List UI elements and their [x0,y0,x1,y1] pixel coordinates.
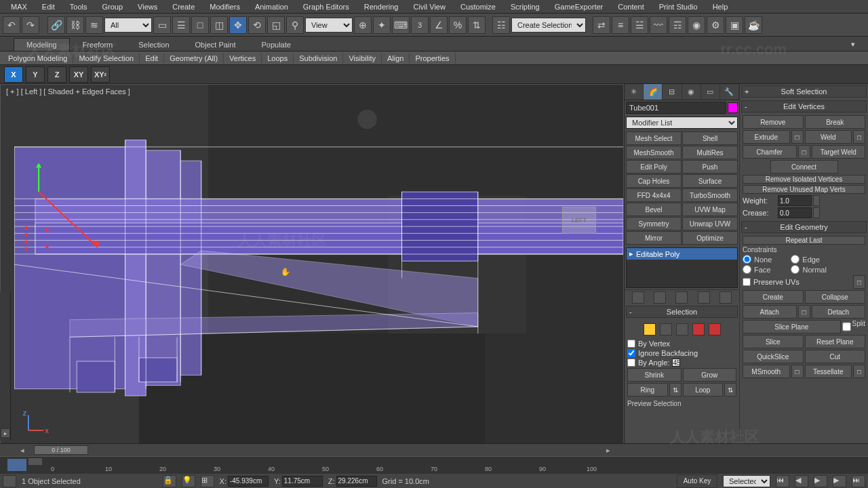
menu-views[interactable]: Views [131,1,164,12]
redo-button[interactable]: ↷ [22,16,39,34]
ribbon-align[interactable]: Align [382,53,410,64]
by-angle-field[interactable] [672,359,680,367]
remove-button[interactable]: Remove [743,115,804,129]
ribbon-tab-object-paint[interactable]: Object Paint [182,38,249,51]
menu-create[interactable]: Create [165,1,201,12]
object-color-swatch[interactable] [728,102,738,113]
viewport-label[interactable]: [ + ] [ Left ] [ Shaded + Edged Faces ] [6,87,130,96]
undo-button[interactable]: ↶ [3,16,20,34]
axis-xyz-button[interactable]: XYz [91,66,110,83]
z-coord-field[interactable] [336,476,377,487]
modifier-list-dropdown[interactable]: Modifier List [626,117,738,129]
percent-snap-button[interactable]: % [449,16,467,34]
axis-z-button[interactable]: Z [47,66,66,83]
curve-editor-button[interactable]: 〰 [650,16,667,34]
menu-help[interactable]: Help [706,1,735,12]
constraint-edge-radio[interactable] [791,255,800,264]
mod-unwrap-uvw[interactable]: Unwrap UVW [682,217,738,230]
reset-plane-button[interactable]: Reset Plane [805,335,866,348]
timeline-range-start[interactable] [7,458,27,472]
mod-uvw-map[interactable]: UVW Map [682,203,738,216]
menu-graph-editors[interactable]: Graph Editors [296,1,356,12]
remove-isolated-button[interactable]: Remove Isolated Vertices [743,175,865,184]
axis-x-button[interactable]: X [4,66,23,83]
crease-spinner[interactable] [813,207,820,218]
remove-unused-map-button[interactable]: Remove Unused Map Verts [743,185,865,194]
cmd-tab-motion[interactable]: ◉ [682,84,701,100]
ribbon-toggle-icon[interactable]: ▾ [838,37,868,51]
ribbon-polygon-modeling[interactable]: Polygon Modeling [3,53,73,64]
select-by-name-button[interactable]: ☰ [172,16,190,34]
selection-rollout-header[interactable]: -Selection [626,306,738,318]
detach-button[interactable]: Detach [812,305,866,319]
axis-xy-button[interactable]: XY [69,66,88,83]
ribbon-tab-freeform[interactable]: Freeform [70,38,126,51]
stack-expand-icon[interactable]: ▸ [629,249,633,258]
remove-modifier-icon[interactable] [698,291,710,304]
play-next-icon[interactable]: ▶ [833,475,846,487]
show-end-result-icon[interactable] [654,291,666,304]
ribbon-geometry-all[interactable]: Geometry (All) [164,53,224,64]
modifier-stack[interactable]: ▸ Editable Poly [626,247,738,288]
subobj-element-icon[interactable] [709,323,721,336]
menu-modifiers[interactable]: Modifiers [203,1,247,12]
viewcube[interactable]: LEFT [562,207,596,234]
extrude-settings-button[interactable]: □ [791,130,804,144]
snap-toggle-button[interactable]: 3 [411,16,429,34]
schematic-button[interactable]: ☶ [669,16,686,34]
layers-button[interactable]: ☱ [631,16,648,34]
align-button[interactable]: ≡ [612,16,629,34]
slice-button[interactable]: Slice [743,335,804,348]
menu-edit[interactable]: Edit [35,1,62,12]
mod-cap-holes[interactable]: Cap Holes [626,174,682,188]
mod-multires[interactable]: MultiRes [682,146,738,159]
autokey-button[interactable]: Auto Key [677,474,717,488]
menu-content[interactable]: Content [611,1,651,12]
connect-button[interactable]: Connect [770,160,838,174]
tessellate-button[interactable]: Tessellate [805,365,852,378]
mod-mesh-select[interactable]: Mesh Select [626,131,682,145]
lock-selection-icon[interactable]: 🔒 [163,475,176,487]
ribbon-tab-selection[interactable]: Selection [125,38,182,51]
soft-selection-header[interactable]: +Soft Selection [741,85,867,98]
render-frame-button[interactable]: ▣ [726,16,743,34]
named-sel-button[interactable]: ☷ [492,16,510,34]
cmd-tab-hierarchy[interactable]: ⊟ [663,84,682,100]
constraint-normal-radio[interactable] [791,265,800,274]
mod-optimize[interactable]: Optimize [682,231,738,245]
make-unique-icon[interactable] [675,291,688,304]
subobj-polygon-icon[interactable] [692,323,705,336]
render-button[interactable]: ☕ [745,16,762,34]
attach-button[interactable]: Attach [743,305,797,319]
edit-vertices-header[interactable]: -Edit Vertices [741,100,867,113]
loop-step-button[interactable]: ⇅ [724,383,736,396]
ring-button[interactable]: Ring [627,383,668,396]
ribbon-tab-populate[interactable]: Populate [248,38,303,51]
ribbon-tab-modeling[interactable]: Modeling [14,38,70,51]
selection-filter-dropdown[interactable]: All [104,18,152,33]
cmd-tab-modify[interactable]: 🌈 [644,84,663,100]
mod-mirror[interactable]: Mirror [626,231,682,245]
mirror-button[interactable]: ⇄ [593,16,610,34]
time-ruler[interactable]: 0 10 20 30 40 50 60 70 80 90 100 [0,456,868,474]
menu-print-studio[interactable]: Print Studio [652,1,705,12]
split-checkbox[interactable] [842,320,851,333]
grow-button[interactable]: Grow [683,368,737,382]
tessellate-settings-button[interactable]: □ [853,365,865,378]
subobj-edge-icon[interactable] [660,323,672,336]
preserve-uvs-settings[interactable]: □ [853,275,865,289]
subobj-vertex-icon[interactable] [644,323,656,336]
by-vertex-checkbox[interactable]: By Vertex [627,340,736,348]
cmd-tab-create[interactable]: ✳ [625,84,644,100]
coord-display-icon[interactable]: ⊞ [201,475,214,487]
ribbon-vertices[interactable]: Vertices [224,53,262,64]
ring-step-button[interactable]: ⇅ [669,383,682,396]
pivot-button[interactable]: ⊕ [354,16,372,34]
shrink-button[interactable]: Shrink [627,368,682,382]
weight-field[interactable] [778,195,812,206]
edit-geometry-header[interactable]: -Edit Geometry [741,221,867,233]
window-crossing-button[interactable]: ◫ [210,16,228,34]
slice-plane-button[interactable]: Slice Plane [743,320,841,333]
quickslice-button[interactable]: QuickSlice [743,350,804,363]
menu-rendering[interactable]: Rendering [357,1,406,12]
